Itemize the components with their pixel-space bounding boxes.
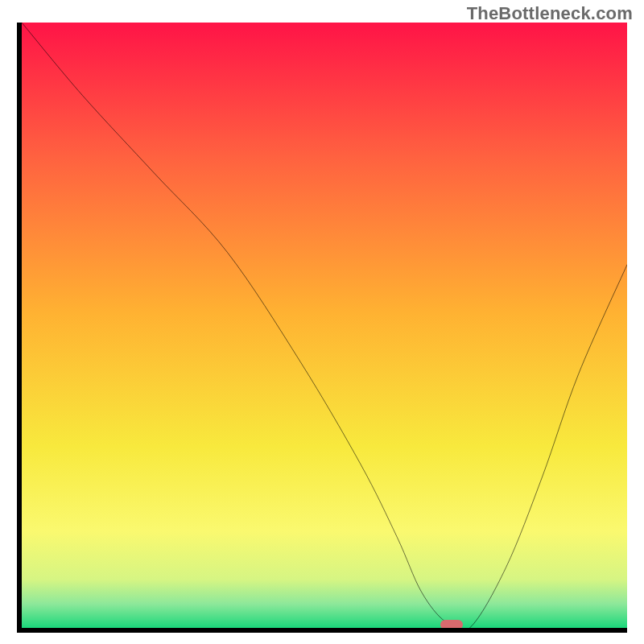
bottleneck-curve bbox=[22, 23, 627, 628]
optimal-point-marker bbox=[440, 620, 463, 630]
plot-frame bbox=[17, 23, 627, 633]
watermark-label: TheBottleneck.com bbox=[467, 3, 633, 24]
chart-container: TheBottleneck.com bbox=[0, 0, 644, 644]
